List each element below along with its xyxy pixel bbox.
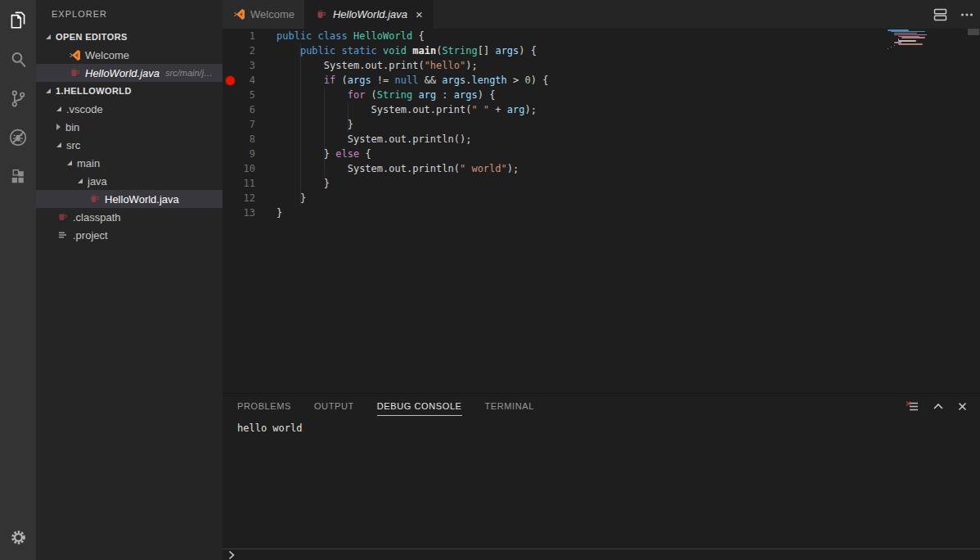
tree-item-main[interactable]: main: [36, 154, 223, 172]
open-editor-description: src/main/j…: [165, 68, 213, 78]
tree-item-label: bin: [65, 121, 79, 133]
code-line-text[interactable]: }: [276, 191, 306, 205]
code-line-6: 6 System.out.print(" " + arg);: [223, 102, 980, 117]
minimap-line: [894, 45, 895, 47]
line-number[interactable]: 9: [223, 147, 255, 161]
tree-item-label: .vscode: [66, 103, 103, 115]
line-number[interactable]: 7: [223, 117, 255, 132]
java-icon: [315, 8, 328, 21]
code-line-9: 9 } else {: [223, 147, 980, 161]
minimap[interactable]: [888, 29, 940, 50]
minimap-line: [888, 48, 888, 50]
clear-console-icon[interactable]: [906, 400, 919, 413]
code-line-text[interactable]: if (args != null && args.length > 0) {: [276, 73, 548, 88]
twistie-collapsed-icon: [56, 124, 61, 130]
vscode-icon: [69, 49, 81, 61]
code-line-text[interactable]: }: [276, 205, 282, 220]
line-number[interactable]: 1: [223, 29, 255, 43]
panel-tab-terminal[interactable]: TERMINAL: [485, 396, 534, 416]
explorer-icon[interactable]: [0, 0, 36, 39]
editor-group: WelcomeHelloWorld.java× 1public class He…: [223, 0, 980, 560]
code-line-text[interactable]: }: [276, 117, 353, 132]
code-line-8: 8 System.out.println();: [223, 132, 980, 147]
vscode-window: EXPLORER OPEN EDITORS WelcomeHelloWorld.…: [0, 0, 980, 560]
split-editor-icon[interactable]: [933, 8, 947, 21]
code-line-13: 13}: [223, 205, 980, 220]
line-number[interactable]: 6: [223, 102, 255, 117]
line-number[interactable]: 11: [223, 176, 255, 191]
java-icon: [88, 193, 101, 205]
tree-item-label: java: [88, 175, 107, 187]
line-number[interactable]: 12: [223, 191, 255, 205]
code-line-text[interactable]: System.out.println(" world");: [276, 161, 519, 176]
line-number[interactable]: 8: [223, 132, 255, 147]
tree-item-bin[interactable]: bin: [36, 118, 223, 136]
debug-console-input[interactable]: [223, 549, 980, 560]
minimap-line: [901, 37, 925, 38]
debug-icon[interactable]: [0, 118, 36, 157]
settings-gear-icon[interactable]: [0, 517, 36, 557]
search-icon[interactable]: [0, 39, 36, 79]
tree-item-project[interactable]: .project: [36, 226, 223, 244]
tab-bar: WelcomeHelloWorld.java×: [223, 0, 980, 29]
code-line-text[interactable]: System.out.print(" " + arg);: [276, 102, 537, 117]
panel-tab-problems[interactable]: PROBLEMS: [237, 396, 291, 416]
line-number[interactable]: 5: [223, 88, 255, 102]
code-line-text[interactable]: System.out.print("hello");: [276, 58, 478, 73]
chevron-right-icon: [227, 550, 236, 560]
tree-item-classpath[interactable]: .classpath: [36, 208, 223, 226]
twistie-expanded-icon: [56, 142, 61, 147]
tab-label: HelloWorld.java: [333, 8, 407, 20]
open-editor-helloworld-java[interactable]: HelloWorld.javasrc/main/j…: [36, 64, 223, 82]
breakpoint-icon[interactable]: [226, 76, 235, 85]
source-control-icon[interactable]: [0, 79, 36, 118]
more-actions-icon[interactable]: [960, 12, 973, 17]
extensions-icon[interactable]: [0, 157, 36, 196]
code-line-10: 10 System.out.println(" world");: [223, 161, 980, 176]
line-number[interactable]: 3: [223, 58, 255, 73]
twistie-expanded-icon: [46, 34, 51, 39]
line-number[interactable]: 10: [223, 161, 255, 176]
indent-guide: [324, 88, 325, 176]
code-editor[interactable]: 1public class HelloWorld {2 public stati…: [223, 29, 980, 393]
tree-item-label: HelloWorld.java: [105, 193, 179, 205]
code-line-text[interactable]: }: [276, 176, 330, 191]
twistie-expanded-icon: [46, 88, 51, 93]
open-editor-welcome[interactable]: Welcome: [36, 46, 223, 64]
tree-item-helloworld-java[interactable]: HelloWorld.java: [36, 190, 223, 208]
scrollbar-thumb[interactable]: [968, 29, 979, 35]
code-line-text[interactable]: System.out.println();: [276, 132, 471, 147]
code-line-7: 7 }: [223, 117, 980, 132]
code-line-12: 12 }: [223, 191, 980, 205]
code-line-2: 2 public static void main(String[] args)…: [223, 43, 980, 58]
line-number[interactable]: 13: [223, 205, 255, 220]
panel-tab-output[interactable]: OUTPUT: [314, 396, 354, 416]
activity-bar: [0, 0, 36, 560]
code-line-text[interactable]: public class HelloWorld {: [276, 29, 425, 43]
open-editors-header[interactable]: OPEN EDITORS: [36, 28, 223, 46]
maximize-panel-icon[interactable]: [933, 402, 944, 410]
tree-item-vscode[interactable]: .vscode: [36, 100, 223, 118]
tree-item-label: .project: [73, 229, 108, 242]
code-line-text[interactable]: public static void main(String[] args) {: [276, 43, 537, 58]
tab-helloworld-java[interactable]: HelloWorld.java×: [305, 0, 434, 29]
tree-item-java[interactable]: java: [36, 172, 223, 190]
twistie-expanded-icon: [67, 160, 72, 165]
tab-welcome[interactable]: Welcome: [223, 0, 305, 29]
tree-item-src[interactable]: src: [36, 136, 223, 154]
folder-root-header[interactable]: 1.HELLOWORLD: [36, 82, 223, 100]
java-icon: [69, 67, 81, 79]
debug-console-output: hello world: [223, 418, 980, 435]
line-number[interactable]: 2: [223, 43, 255, 58]
close-tab-icon[interactable]: ×: [416, 10, 423, 20]
bottom-panel: PROBLEMSOUTPUTDEBUG CONSOLETERMINAL: [223, 393, 980, 560]
code-line-text[interactable]: for (String arg : args) {: [276, 88, 495, 102]
close-panel-icon[interactable]: [958, 402, 967, 411]
project-icon: [56, 229, 69, 242]
panel-tab-debug-console[interactable]: DEBUG CONSOLE: [377, 396, 462, 416]
code-line-5: 5 for (String arg : args) {: [223, 88, 980, 102]
open-editor-label: Welcome: [85, 49, 129, 61]
code-line-11: 11 }: [223, 176, 980, 191]
minimap-line: [898, 43, 923, 45]
code-line-1: 1public class HelloWorld {: [223, 29, 980, 43]
